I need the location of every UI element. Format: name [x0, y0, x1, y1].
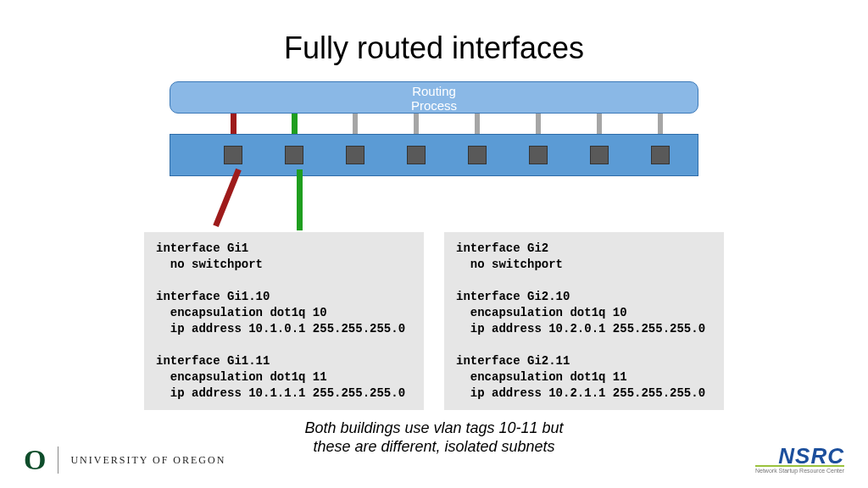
config-gi1: interface Gi1 no switchport interface Gi…	[144, 232, 424, 410]
routing-process-box: Routing Process	[170, 81, 698, 114]
switch-port-6	[529, 146, 548, 164]
network-diagram: Routing Process	[170, 81, 698, 225]
switch-port-2	[285, 146, 303, 164]
switch-port-8	[651, 146, 670, 164]
caption-line-1: Both buildings use vlan tags 10-11 but	[0, 419, 868, 437]
routing-label-2: Process	[170, 98, 698, 113]
nsrc-text: NSRC	[755, 446, 844, 465]
drop-cable-gi2	[297, 169, 303, 230]
uoregon-logo: O UNIVERSITY OF OREGON	[24, 444, 225, 476]
switch-port-3	[346, 146, 364, 164]
routing-label-1: Routing	[170, 84, 698, 98]
page-title: Fully routed interfaces	[0, 0, 868, 66]
switch-chassis	[170, 134, 698, 176]
switch-port-4	[407, 146, 426, 164]
switch-port-1	[224, 146, 242, 164]
uo-text: UNIVERSITY OF OREGON	[70, 454, 225, 467]
uo-o-icon: O	[24, 444, 46, 476]
config-row: interface Gi1 no switchport interface Gi…	[0, 232, 868, 410]
footer: O UNIVERSITY OF OREGON NSRC Network Star…	[0, 444, 868, 476]
nsrc-logo: NSRC Network Startup Resource Center	[755, 446, 844, 474]
config-gi2: interface Gi2 no switchport interface Gi…	[444, 232, 724, 410]
uo-divider	[58, 446, 58, 474]
drop-cable-gi1	[213, 169, 241, 227]
switch-port-5	[468, 146, 487, 164]
switch-port-7	[590, 146, 609, 164]
